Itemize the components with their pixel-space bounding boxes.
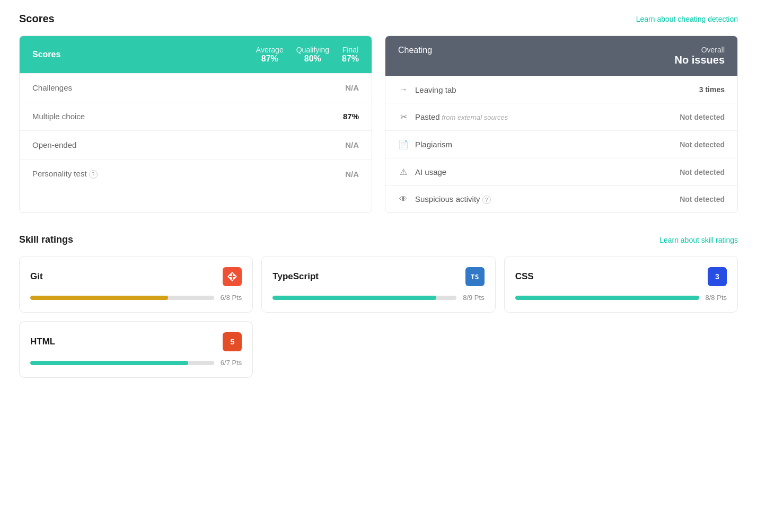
progress-bar-fill <box>30 296 168 300</box>
score-row-label: Open-ended <box>32 140 345 149</box>
cheating-row-sublabel: from external sources <box>440 113 508 121</box>
qualifying-label: Qualifying <box>296 46 329 54</box>
cheating-row-value: Not detected <box>680 168 725 176</box>
score-row: ChallengesN/A <box>20 73 372 102</box>
cheating-row-left: ✂Pasted from external sources <box>398 112 508 122</box>
skill-ratings-section: Skill ratings Learn about skill ratings … <box>19 234 738 378</box>
skill-card: CSS38/8 Pts <box>504 256 738 313</box>
progress-bar-fill <box>30 361 188 365</box>
progress-bar-container <box>272 296 456 300</box>
cheating-row-label: Leaving tab <box>415 85 456 94</box>
score-rows: ChallengesN/AMultiple choice87%Open-ende… <box>20 73 372 188</box>
skill-card-name: TypeScript <box>272 271 319 282</box>
skill-card: HTML56/7 Pts <box>19 321 253 378</box>
cheating-label: Cheating <box>398 46 432 55</box>
typescript-icon: TS <box>465 267 485 286</box>
cheating-overall-value: No issues <box>675 54 725 66</box>
cheating-row-value: Not detected <box>680 140 725 149</box>
cheating-row-icon: 👁 <box>398 194 409 204</box>
cheating-row-left: →Leaving tab <box>398 85 456 94</box>
skill-card: TypeScriptTS8/9 Pts <box>261 256 495 313</box>
scores-qualifying-col: Qualifying 80% <box>296 46 329 64</box>
cheating-row: ✂Pasted from external sourcesNot detecte… <box>385 103 737 130</box>
score-row-label: Personality test? <box>32 169 345 179</box>
cheating-row-left: 📄Plagiarism <box>398 139 452 149</box>
cheating-row-label: Pasted from external sources <box>415 112 508 121</box>
skill-pts: 6/7 Pts <box>221 359 242 367</box>
cheating-header: Cheating Overall No issues <box>385 36 737 76</box>
skill-card-name: Git <box>30 271 43 282</box>
score-row-value: N/A <box>345 83 359 92</box>
help-icon[interactable]: ? <box>482 196 491 204</box>
skill-ratings-title: Skill ratings <box>19 234 73 245</box>
skill-card-footer: 6/7 Pts <box>30 359 242 367</box>
skill-card-header: CSS3 <box>515 267 727 286</box>
skill-bottom-grid: HTML56/7 Pts <box>19 321 738 378</box>
main-grid: Scores Average 87% Qualifying 80% Final … <box>19 36 738 213</box>
css-icon: 3 <box>708 267 727 286</box>
skill-top-grid: Git6/8 PtsTypeScriptTS8/9 PtsCSS38/8 Pts <box>19 256 738 313</box>
cheating-row-label: AI usage <box>415 167 446 176</box>
cheating-row-icon: ⚠ <box>398 167 409 177</box>
cheating-table: Cheating Overall No issues →Leaving tab3… <box>385 36 738 213</box>
cheating-row-icon: ✂ <box>398 112 409 122</box>
progress-bar-fill <box>515 296 699 300</box>
final-label: Final <box>342 46 359 54</box>
cheating-row: →Leaving tab3 times <box>385 76 737 103</box>
skill-ratings-header: Skill ratings Learn about skill ratings <box>19 234 738 245</box>
cheating-row-left: 👁Suspicious activity? <box>398 194 491 204</box>
skill-card-header: Git <box>30 267 242 286</box>
skill-cards-container: Git6/8 PtsTypeScriptTS8/9 PtsCSS38/8 Pts… <box>19 256 738 378</box>
score-row-value: N/A <box>345 140 359 149</box>
progress-bar-container <box>30 361 214 365</box>
learn-skills-link[interactable]: Learn about skill ratings <box>659 236 738 244</box>
skill-card-name: CSS <box>515 271 534 282</box>
scores-average-col: Average 87% <box>256 46 284 64</box>
scores-label: Scores <box>32 50 243 59</box>
skill-card-footer: 6/8 Pts <box>30 294 242 302</box>
scores-table-header: Scores Average 87% Qualifying 80% Final … <box>20 36 372 73</box>
score-row-label: Multiple choice <box>32 112 343 121</box>
score-row: Multiple choice87% <box>20 102 372 130</box>
progress-bar-fill <box>272 296 436 300</box>
git-icon <box>223 267 242 286</box>
scores-table: Scores Average 87% Qualifying 80% Final … <box>19 36 372 213</box>
cheating-row-icon: → <box>398 85 409 94</box>
skill-card: Git6/8 Pts <box>19 256 253 313</box>
cheating-row-value: Not detected <box>680 195 725 203</box>
cheating-row-label: Plagiarism <box>415 140 452 149</box>
help-icon[interactable]: ? <box>89 170 98 179</box>
score-row-value: N/A <box>345 170 359 179</box>
cheating-row: 📄PlagiarismNot detected <box>385 130 737 158</box>
cheating-row-value: Not detected <box>680 113 725 121</box>
cheating-row-label: Suspicious activity? <box>415 194 491 204</box>
page-title: Scores <box>19 13 55 25</box>
skill-card-header: HTML5 <box>30 332 242 351</box>
skill-card-footer: 8/8 Pts <box>515 294 727 302</box>
skill-pts: 6/8 Pts <box>221 294 242 302</box>
cheating-rows: →Leaving tab3 times✂Pasted from external… <box>385 76 737 212</box>
score-row-label: Challenges <box>32 83 345 92</box>
cheating-row-left: ⚠AI usage <box>398 167 446 177</box>
skill-card-header: TypeScriptTS <box>272 267 484 286</box>
final-value: 87% <box>342 54 359 64</box>
score-row: Open-endedN/A <box>20 130 372 159</box>
average-label: Average <box>256 46 284 54</box>
score-row-value: 87% <box>343 112 359 121</box>
learn-cheating-link[interactable]: Learn about cheating detection <box>636 15 738 23</box>
qualifying-value: 80% <box>296 54 329 64</box>
progress-bar-container <box>30 296 214 300</box>
cheating-row-value: 3 times <box>699 85 725 94</box>
cheating-overall: Overall No issues <box>675 46 725 66</box>
cheating-row: 👁Suspicious activity?Not detected <box>385 185 737 212</box>
skill-pts: 8/9 Pts <box>463 294 484 302</box>
page-header: Scores Learn about cheating detection <box>19 13 738 25</box>
cheating-row-icon: 📄 <box>398 139 409 149</box>
skill-card-name: HTML <box>30 336 55 347</box>
scores-final-col: Final 87% <box>342 46 359 64</box>
cheating-overall-label: Overall <box>675 46 725 54</box>
average-value: 87% <box>256 54 284 64</box>
progress-bar-container <box>515 296 699 300</box>
skill-pts: 8/8 Pts <box>706 294 727 302</box>
score-row: Personality test?N/A <box>20 159 372 188</box>
